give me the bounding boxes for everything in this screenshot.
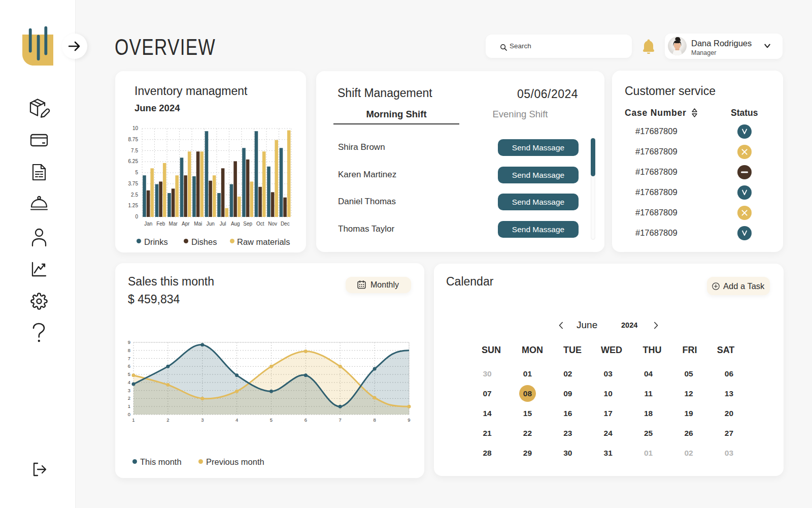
svg-text:Mar: Mar [169,221,178,227]
svg-text:Nov: Nov [268,221,277,227]
svg-text:6: 6 [304,417,307,423]
svg-text:9: 9 [128,339,130,345]
svg-text:Aug: Aug [231,221,240,227]
svg-text:4: 4 [235,417,238,423]
svg-text:10: 10 [132,125,139,131]
svg-text:8.75: 8.75 [128,137,139,142]
svg-text:3: 3 [201,417,204,423]
svg-text:3: 3 [128,388,130,393]
svg-text:Jul: Jul [220,221,226,227]
svg-text:9: 9 [408,417,410,423]
svg-text:6.25: 6.25 [128,158,139,164]
svg-text:Feb: Feb [156,221,165,227]
svg-text:Sep: Sep [243,221,252,227]
svg-text:Oct: Oct [256,221,264,227]
svg-text:5: 5 [270,417,273,423]
svg-text:2: 2 [166,417,169,423]
svg-text:Jun: Jun [207,221,215,227]
svg-text:Dec: Dec [281,221,290,227]
svg-text:5: 5 [135,170,138,175]
svg-text:Jan: Jan [144,221,152,227]
svg-text:Apr: Apr [182,221,190,227]
svg-text:0: 0 [128,411,130,417]
svg-text:6: 6 [128,363,130,369]
svg-text:3.75: 3.75 [128,181,139,186]
svg-text:7.5: 7.5 [131,148,138,153]
svg-text:2.5: 2.5 [131,192,138,198]
svg-text:4: 4 [128,379,130,385]
svg-text:7: 7 [339,417,342,423]
svg-text:1.25: 1.25 [128,203,139,208]
svg-text:1: 1 [128,403,130,409]
svg-text:2: 2 [128,395,130,401]
svg-text:0: 0 [135,214,138,219]
svg-text:Mai: Mai [194,221,202,227]
svg-text:7: 7 [128,356,130,361]
svg-text:5: 5 [128,371,130,377]
svg-text:8: 8 [373,417,376,423]
svg-text:8: 8 [128,347,130,353]
svg-text:1: 1 [132,417,134,423]
